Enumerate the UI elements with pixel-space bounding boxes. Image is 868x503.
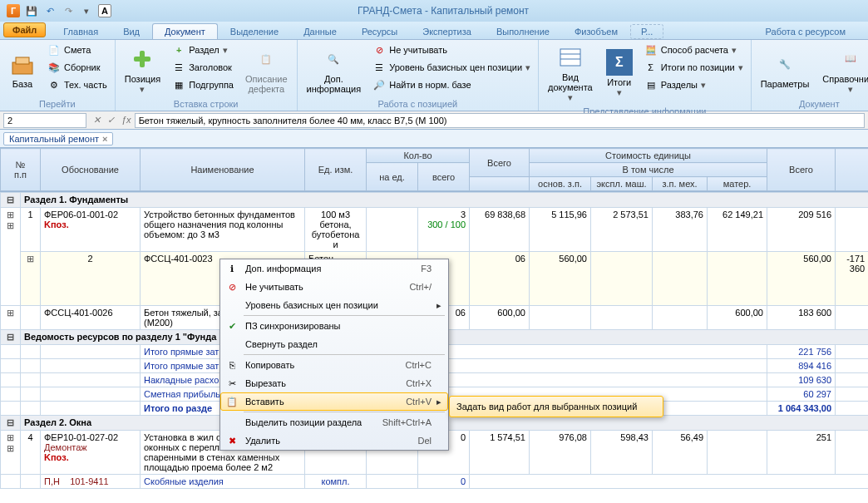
tab-resources[interactable]: Ресурсы [349, 23, 410, 39]
formula-input[interactable] [135, 113, 865, 128]
submenu-item[interactable]: Задать вид работ для выбранных позиций [451, 398, 661, 415]
ribbon-group-document: 🔧 Параметры 📖 Справочники▾ Документ [752, 40, 868, 111]
neuch-button[interactable]: ⊘Не учитывать [368, 42, 535, 58]
itogi-button[interactable]: Σ Итоги▾ [600, 42, 639, 106]
tab-document[interactable]: Документ [152, 23, 218, 39]
svg-rect-1 [16, 57, 29, 64]
context-menu-item[interactable]: Уровень базисных цен позиции▸ [220, 296, 448, 314]
context-menu-item[interactable]: ✂ВырезатьCtrl+X [220, 374, 448, 392]
context-submenu: Задать вид работ для выбранных позиций [449, 396, 663, 417]
cancel-icon: ⊘ [372, 43, 386, 57]
context-menu: ℹДоп. информацияF3⊘Не учитыватьCtrl+/Уро… [219, 259, 449, 451]
context-menu-item[interactable]: 📋ВставитьCtrl+V▸ [220, 392, 448, 411]
document-tabs: Капитальный ремонт × [0, 130, 868, 148]
sprav-button[interactable]: 📖 Справочники▾ [816, 42, 868, 98]
tab-physvol[interactable]: Физобъем [562, 23, 630, 39]
ribbon-group-position: 🔍 Доп. информация ⊘Не учитывать ☰Уровень… [298, 40, 539, 111]
table-row: П,Н 101-9411 Скобяные изделия компл. 0 [1, 475, 869, 489]
razdely-button[interactable]: ▤Разделы▾ [640, 76, 747, 93]
grid-header: № п.п Обоснование Наименование Ед. изм. … [0, 148, 868, 192]
file-tab[interactable]: Файл [3, 22, 46, 37]
tab-expertise[interactable]: Экспертиза [410, 23, 484, 39]
param-button[interactable]: 🔧 Параметры [755, 42, 816, 98]
info-icon: ℹ [224, 264, 240, 274]
book-icon: 📖 [837, 46, 864, 72]
ribbon-tabs: Файл Главная Вид Документ Выделение Данн… [0, 22, 868, 40]
context-menu-item[interactable]: ✔ПЗ синхронизированы [220, 317, 448, 335]
tab-data[interactable]: Данные [291, 23, 349, 39]
razdel-button[interactable]: +Раздел▾ [168, 42, 238, 58]
tab-addon[interactable]: Р... [630, 24, 663, 39]
viddoc-button[interactable]: Вид документа▾ [542, 42, 599, 106]
redo-icon[interactable]: ↷ [62, 4, 75, 17]
sections-icon: ▤ [644, 78, 658, 91]
sum-icon: Σ [606, 49, 633, 76]
svg-rect-4 [560, 49, 580, 66]
sposob-button[interactable]: 🧮Способ расчета▾ [640, 42, 747, 58]
smeta-button[interactable]: 📄Смета [43, 42, 111, 58]
books-icon: 📚 [47, 61, 61, 74]
svg-rect-3 [134, 57, 150, 62]
quick-access-toolbar: Г 💾 ↶ ↷ ▾ A [0, 4, 118, 17]
find-icon: 🔎 [372, 78, 386, 91]
najti-button[interactable]: 🔎Найти в норм. базе [368, 76, 535, 93]
viewdoc-icon [557, 44, 584, 71]
title-bar: Г 💾 ↶ ↷ ▾ A ГРАНД-Смета - Капитальный ре… [0, 0, 868, 22]
section-header: ⊟Раздел 1. Фундаменты [1, 193, 869, 208]
tech-button[interactable]: ⚙Тех. часть [43, 76, 111, 93]
tab-view[interactable]: Вид [111, 23, 152, 39]
base-icon [9, 51, 36, 77]
uroven-button[interactable]: ☰Уровень базисных цен позиции▾ [368, 59, 535, 76]
tab-selection[interactable]: Выделение [218, 23, 291, 39]
gear-icon: ⚙ [47, 78, 61, 91]
itogipoz-button[interactable]: ΣИтоги по позиции▾ [640, 59, 747, 76]
context-menu-item[interactable]: ⎘КопироватьCtrl+C [220, 356, 448, 374]
calc-icon: 🧮 [644, 43, 658, 57]
context-menu-item[interactable]: ✖УдалитьDel [220, 431, 448, 450]
cancel-icon: ⊘ [224, 282, 240, 293]
tab-resource-work[interactable]: Работа с ресурсом [753, 23, 858, 39]
fx-icon[interactable]: ƒx [121, 115, 131, 126]
formula-bar: ✕ ✓ ƒx [0, 111, 868, 130]
app-title: ГРАНД-Смета - Капитальный ремонт [118, 5, 768, 17]
context-menu-item[interactable]: ⊘Не учитыватьCtrl+/ [220, 278, 448, 296]
sumpos-icon: Σ [644, 61, 658, 74]
cancel-formula-icon[interactable]: ✕ [93, 115, 101, 126]
tab-execution[interactable]: Выполнение [484, 23, 562, 39]
opis-button[interactable]: 📋 Описание дефекта [239, 42, 293, 98]
search-doc-icon: 🔍 [320, 46, 347, 72]
doc-tab[interactable]: Капитальный ремонт × [3, 132, 113, 145]
tab-main[interactable]: Главная [51, 23, 111, 39]
cell-ref-input[interactable] [3, 113, 86, 128]
group-icon: ▦ [172, 78, 185, 91]
paste-icon: 📋 [224, 397, 240, 407]
defect-icon: 📋 [253, 46, 279, 72]
undo-icon[interactable]: ↶ [43, 4, 57, 17]
font-icon[interactable]: A [98, 4, 111, 17]
ribbon: База 📄Смета 📚Сборник ⚙Тех. часть Перейти… [0, 40, 868, 111]
copy-icon: ⎘ [224, 360, 240, 370]
sbornik-button[interactable]: 📚Сборник [43, 59, 111, 76]
app-icon[interactable]: Г [7, 4, 20, 17]
dopinfo-button[interactable]: 🔍 Доп. информация [301, 42, 367, 98]
plus-sm-icon: + [172, 43, 185, 57]
base-button[interactable]: База [3, 42, 42, 98]
accept-formula-icon[interactable]: ✓ [107, 115, 115, 126]
close-icon[interactable]: × [102, 134, 107, 144]
header-icon: ☰ [172, 61, 185, 74]
delete-icon: ✖ [224, 436, 240, 446]
plus-icon [129, 46, 155, 72]
ribbon-group-goto: База 📄Смета 📚Сборник ⚙Тех. часть Перейти [0, 40, 116, 111]
context-menu-item[interactable]: ℹДоп. информацияF3 [220, 259, 448, 278]
level-icon: ☰ [372, 61, 386, 74]
podgruppa-button[interactable]: ▦Подгруппа [168, 76, 238, 93]
position-button[interactable]: Позиция▾ [119, 42, 167, 98]
more-icon[interactable]: ▾ [80, 4, 93, 17]
context-menu-item[interactable]: Свернуть раздел [220, 335, 448, 353]
zagolovok-button[interactable]: ☰Заголовок [168, 59, 238, 76]
wrench-icon: 🔧 [772, 51, 798, 77]
check-icon: ✔ [224, 321, 240, 332]
doc-icon: 📄 [47, 43, 61, 57]
save-icon[interactable]: 💾 [25, 4, 38, 17]
context-menu-item[interactable]: Выделить позиции разделаShift+Ctrl+A [220, 413, 448, 431]
